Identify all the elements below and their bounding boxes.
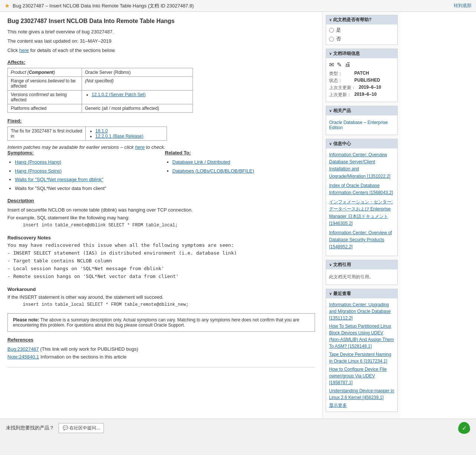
status-label: 状态： bbox=[329, 78, 351, 84]
list-item: Database Link / Distributed bbox=[173, 158, 315, 166]
radio-no-input[interactable] bbox=[329, 37, 334, 42]
code-block-2: insert into table_local SELECT * FROM ta… bbox=[7, 301, 315, 308]
symptom-link-3[interactable]: Waits for "SQL*Net message from dblink" bbox=[15, 177, 104, 182]
chevron-icon-6: ∨ bbox=[329, 292, 332, 296]
recent-link-4[interactable]: How to Configure Device File owner/group… bbox=[329, 366, 394, 386]
intro-here-link[interactable]: here bbox=[19, 48, 29, 53]
intro-pre: Click bbox=[7, 48, 19, 53]
rediscovery-heading: Rediscovery Notes bbox=[7, 234, 315, 242]
meta-status: 状态： PUBLISHED bbox=[329, 78, 394, 84]
citations-header: ∨ 文档引用 bbox=[326, 260, 397, 269]
bug-link[interactable]: Bug:23027487 bbox=[7, 346, 39, 352]
info-center-header-text: 信息中心 bbox=[333, 141, 351, 147]
doc-details-section: ∨ 文档详细信息 ✉ ✎ 🖨 类型： PATCH 状态： PUBLISHED bbox=[326, 49, 398, 102]
related-product-item[interactable]: Oracle Database – Enterprise Edition bbox=[329, 118, 394, 132]
info-center-link-2[interactable]: Index of Oracle Database Information Cen… bbox=[329, 182, 394, 196]
recently-viewed-header-text: 最近查看 bbox=[333, 291, 351, 297]
related-col: Related To: Database Link / Distributed … bbox=[165, 150, 315, 193]
version-link-1[interactable]: 12.1.0.2 (Server Patch Set) bbox=[92, 92, 145, 97]
related-products-header-text: 相关产品 bbox=[333, 108, 351, 114]
page-title: Bug 23027487 Insert NCLOB Data Into Remo… bbox=[7, 18, 315, 24]
community-button[interactable]: 💬 在社区中提问... bbox=[59, 423, 104, 433]
divider bbox=[7, 367, 315, 367]
last-mod-value: 2019–6–10 bbox=[359, 85, 381, 91]
info-center-link-1[interactable]: Information Center: Overview Database Se… bbox=[329, 151, 394, 180]
last-mod-label: 上次主更新： bbox=[329, 85, 356, 91]
table-row: The fix for 23027487 is first included i… bbox=[8, 127, 167, 141]
bottom-bar-text: 未找到您要找的产品？ bbox=[6, 425, 54, 431]
affects-table: Product (Component) Oracle Server (Rdbms… bbox=[7, 68, 193, 113]
radio-group: 是 否 bbox=[326, 24, 397, 45]
type-label: 类型： bbox=[329, 71, 351, 77]
affects-heading: Affects: bbox=[7, 59, 315, 65]
show-more-link[interactable]: 显示更多 bbox=[329, 403, 347, 408]
chevron-icon-2: ∨ bbox=[329, 52, 332, 56]
citations-body: 此文档无可用的引用。 bbox=[326, 269, 397, 285]
list-item: Hang (Process Hang) bbox=[15, 158, 158, 166]
symptom-link-2[interactable]: Hang (Process Spins) bbox=[15, 168, 62, 174]
references-bug: Bug:23027487 (This link will only work f… bbox=[7, 346, 315, 353]
email-icon[interactable]: ✉ bbox=[329, 61, 334, 68]
references-heading: References bbox=[7, 337, 315, 343]
references-note: Note:245840.1 Information on the section… bbox=[7, 353, 315, 361]
fixed-table: The fix for 23027487 is first included i… bbox=[7, 127, 167, 141]
scroll-to-bottom[interactable]: 转到底部 bbox=[454, 3, 472, 9]
meta-last-mod: 上次主更新： 2019–6–10 bbox=[329, 85, 394, 91]
info-center-link-4[interactable]: Information Center: Overview of Database… bbox=[329, 229, 394, 251]
doc-details-header-text: 文档详细信息 bbox=[333, 50, 360, 57]
radio-no[interactable]: 否 bbox=[329, 36, 394, 42]
description-heading: Description bbox=[7, 198, 315, 203]
edit-icon[interactable]: ✎ bbox=[337, 61, 342, 68]
recent-link-1[interactable]: Information Center: Upgrading and Migrat… bbox=[329, 301, 394, 321]
note-link[interactable]: Note:245840.1 bbox=[7, 354, 39, 360]
recently-viewed-header: ∨ 最近查看 bbox=[326, 289, 397, 298]
symptoms-list: Hang (Process Hang) Hang (Process Spins)… bbox=[15, 158, 158, 193]
table-cell: Range of versions believed to be affecte… bbox=[8, 77, 82, 91]
related-link-2[interactable]: Datatypes (LOBs/CLOB/BLOB/BFILE) bbox=[173, 168, 254, 174]
doc-details-body: ✉ ✎ 🖨 类型： PATCH 状态： PUBLISHED 上次主更新： 201… bbox=[326, 58, 397, 102]
related-link-1[interactable]: Database Link / Distributed bbox=[173, 159, 230, 165]
symptom-link-1[interactable]: Hang (Process Hang) bbox=[15, 159, 61, 165]
info-center-link-3[interactable]: インフォメーション・センター: データベースおよび Enterprise Man… bbox=[329, 199, 394, 227]
recently-viewed-section: ∨ 最近查看 Information Center: Upgrading and… bbox=[326, 289, 398, 412]
interim-here-link[interactable]: here bbox=[135, 144, 145, 150]
code-block-1: insert into table_remote@dblink SELECT *… bbox=[7, 222, 315, 229]
table-row: Versions confirmed as being affected 12.… bbox=[8, 91, 193, 104]
green-shield-container: ✓ bbox=[458, 422, 470, 434]
doc-meta-icons: ✉ ✎ 🖨 bbox=[329, 61, 394, 68]
helpful-section: ∨ 此文档是否有帮助? 是 否 bbox=[326, 15, 398, 45]
chevron-icon: ∨ bbox=[329, 18, 332, 22]
radio-yes-input[interactable] bbox=[329, 28, 334, 33]
table-cell: 18.1.0 12.2.0.1 (Base Release) bbox=[86, 127, 167, 141]
doc-details-header: ∨ 文档详细信息 bbox=[326, 49, 397, 58]
browser-title: Bug 23027487 – Insert NCLOB Data Into Re… bbox=[13, 3, 194, 9]
table-cell: Versions confirmed as being affected bbox=[8, 91, 82, 104]
recent-link-5[interactable]: Understanding Device-mapper in Linux 2.6… bbox=[329, 387, 394, 401]
content-area: Bug 23027487 Insert NCLOB Data Into Remo… bbox=[0, 12, 323, 419]
star-icon[interactable]: ★ bbox=[4, 2, 10, 9]
references-section: References Bug:23027487 (This link will … bbox=[7, 337, 315, 361]
rediscovery-body: You may have rediscovered this issue whe… bbox=[7, 242, 315, 280]
fixed-link-2[interactable]: 12.2.0.1 (Base Release) bbox=[95, 134, 143, 139]
fixed-link-1[interactable]: 18.1.0 bbox=[95, 128, 108, 134]
symptoms-related-block: Symptoms: Hang (Process Hang) Hang (Proc… bbox=[7, 150, 315, 193]
table-row: Product (Component) Oracle Server (Rdbms… bbox=[8, 68, 193, 77]
list-item: Waits for "SQL*Net vector data from clie… bbox=[15, 184, 158, 193]
sidebar: ∨ 此文档是否有帮助? 是 否 ∨ 文档详细信息 bbox=[323, 12, 401, 419]
green-shield-icon: ✓ bbox=[458, 422, 470, 434]
table-cell: (Not specified) bbox=[82, 77, 193, 91]
interim-text-pre: Interim patches may be available for ear… bbox=[7, 144, 135, 150]
related-heading: Related To: bbox=[165, 150, 315, 156]
print-icon[interactable]: 🖨 bbox=[345, 61, 351, 68]
table-cell: 12.1.0.2 (Server Patch Set) bbox=[82, 91, 193, 104]
note-box: Please note: The above is a summary desc… bbox=[7, 313, 315, 332]
chevron-icon-3: ∨ bbox=[329, 109, 332, 113]
table-row: Platforms affected Generic (all / most p… bbox=[8, 104, 193, 113]
radio-yes[interactable]: 是 bbox=[329, 27, 394, 33]
meta-last-update: 上次更新： 2019–6–10 bbox=[329, 92, 394, 98]
recently-viewed-body: Information Center: Upgrading and Migrat… bbox=[326, 298, 397, 412]
recent-link-2[interactable]: How To Setup Partitioned Linux Block Dev… bbox=[329, 323, 394, 350]
workaround-body: If the INSERT statement is other way aro… bbox=[7, 294, 315, 301]
recent-link-3[interactable]: Tape Device Persistent Naming in Oracle … bbox=[329, 351, 394, 364]
intro-line3: Click here for details of each of the se… bbox=[7, 47, 315, 55]
